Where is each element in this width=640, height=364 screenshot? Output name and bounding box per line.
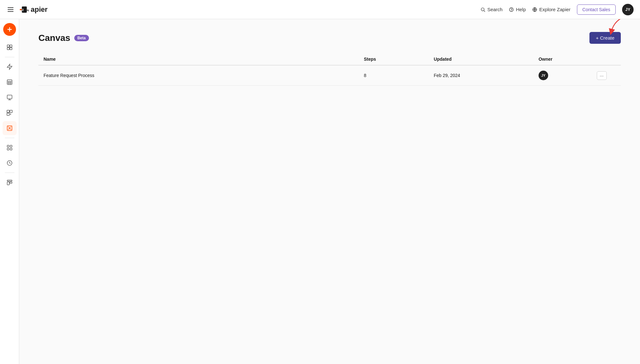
col-updated: Updated [428, 53, 533, 65]
svg-point-28 [8, 127, 9, 128]
sidebar-divider-3 [5, 173, 14, 173]
svg-rect-26 [7, 113, 9, 116]
row-more-button[interactable]: ··· [597, 71, 607, 80]
sidebar-item-canvas[interactable] [3, 121, 17, 135]
apps-icon [6, 144, 13, 151]
svg-rect-24 [7, 110, 9, 113]
explore-label: Explore Zapier [539, 7, 571, 12]
sidebar [0, 19, 19, 364]
row-updated: Feb 29, 2024 [428, 65, 533, 86]
dashboard-icon [6, 44, 13, 50]
sidebar-add-button[interactable] [3, 23, 16, 36]
menu-hamburger-icon[interactable] [6, 6, 15, 13]
svg-point-30 [8, 129, 9, 130]
sidebar-item-interfaces[interactable] [3, 90, 17, 105]
svg-rect-35 [10, 148, 12, 150]
sidebar-item-templates[interactable] [3, 175, 17, 190]
beta-badge: Beta [74, 35, 89, 41]
row-name: Feature Request Process [38, 65, 359, 86]
svg-rect-32 [7, 145, 9, 147]
sidebar-item-tables[interactable] [3, 75, 17, 89]
svg-rect-16 [7, 80, 12, 85]
zap-icon [6, 64, 13, 70]
sidebar-item-zaps[interactable] [3, 60, 17, 74]
svg-rect-38 [7, 182, 9, 185]
svg-marker-15 [7, 64, 12, 70]
sidebar-divider-1 [5, 57, 14, 57]
row-actions: ··· [592, 65, 621, 86]
tables-icon [6, 79, 13, 85]
contact-sales-button[interactable]: Contact Sales [577, 4, 616, 15]
col-owner: Owner [533, 53, 592, 65]
svg-rect-14 [10, 48, 12, 50]
svg-line-5 [484, 11, 485, 12]
table-body: Feature Request Process 8 Feb 29, 2024 J… [38, 65, 621, 86]
svg-rect-11 [7, 45, 9, 47]
sidebar-item-apps[interactable] [3, 141, 17, 155]
sidebar-item-history[interactable] [3, 156, 17, 170]
sidebar-divider-2 [5, 138, 14, 138]
logo-text: apier [31, 5, 48, 14]
explore-button[interactable]: Explore Zapier [532, 7, 571, 12]
table-row[interactable]: Feature Request Process 8 Feb 29, 2024 J… [38, 65, 621, 86]
svg-text:z: z [22, 8, 24, 12]
page-title: Canvas [38, 33, 70, 43]
row-steps: 8 [359, 65, 428, 86]
svg-point-29 [10, 127, 11, 128]
row-owner: JY [533, 65, 592, 86]
col-actions [592, 53, 621, 65]
history-icon [6, 160, 13, 166]
main-content: Canvas Beta + Create [19, 19, 640, 364]
svg-rect-39 [10, 182, 12, 183]
search-button[interactable]: Search [480, 7, 503, 12]
create-area: + Create [589, 32, 621, 44]
canvas-table: Name Steps Updated Owner Feature Request… [38, 53, 621, 86]
user-avatar[interactable]: JY [622, 4, 634, 15]
transfer-icon [6, 110, 13, 116]
page-title-area: Canvas Beta [38, 33, 89, 43]
help-icon [509, 7, 514, 12]
svg-rect-33 [10, 145, 12, 147]
search-icon [480, 7, 485, 12]
col-steps: Steps [359, 53, 428, 65]
search-label: Search [487, 7, 503, 12]
interface-icon [6, 94, 13, 101]
sidebar-item-transfers[interactable] [3, 106, 17, 120]
sidebar-item-dashboard[interactable] [3, 40, 17, 54]
svg-rect-34 [7, 148, 9, 150]
globe-icon [532, 7, 537, 12]
zapier-logo[interactable]: z apier apier [20, 5, 48, 14]
svg-rect-25 [10, 110, 12, 113]
svg-rect-12 [10, 45, 12, 47]
help-button[interactable]: Help [509, 7, 526, 12]
svg-text:apier: apier [27, 9, 29, 12]
svg-point-4 [481, 8, 484, 11]
svg-point-31 [10, 129, 11, 130]
table-header: Name Steps Updated Owner [38, 53, 621, 65]
templates-icon [6, 179, 13, 186]
create-button[interactable]: + Create [589, 32, 621, 44]
help-label: Help [516, 7, 526, 12]
svg-rect-13 [7, 48, 9, 50]
plus-icon [6, 26, 13, 33]
svg-point-7 [511, 11, 512, 11]
canvas-icon [6, 125, 13, 131]
page-header: Canvas Beta + Create [38, 32, 621, 44]
svg-rect-0 [20, 9, 22, 10]
top-navigation: z apier apier Search Help Explore Zapier… [0, 0, 640, 19]
owner-avatar: JY [539, 71, 548, 80]
col-name: Name [38, 53, 359, 65]
app-layout: Canvas Beta + Create [0, 19, 640, 364]
svg-rect-37 [7, 180, 12, 181]
svg-rect-21 [7, 95, 12, 99]
